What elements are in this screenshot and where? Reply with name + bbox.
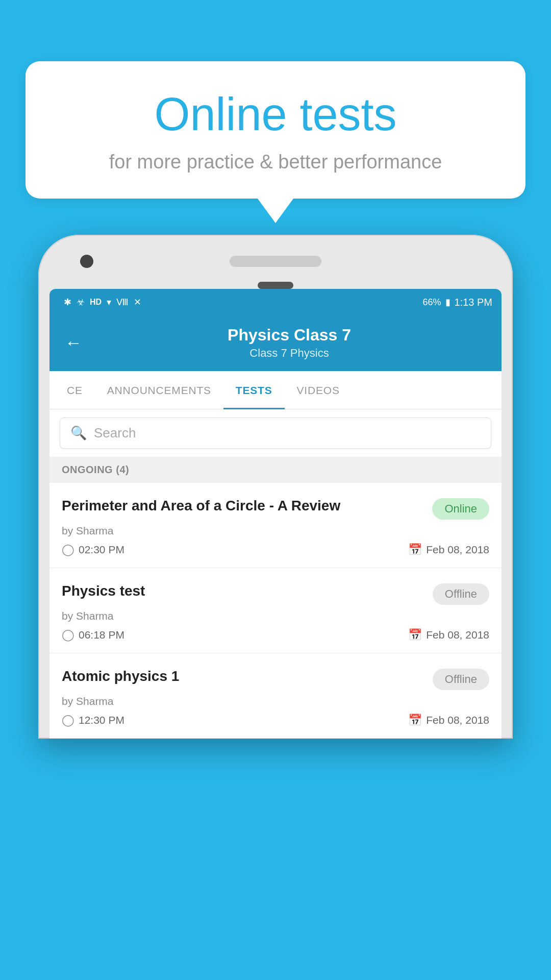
- status-badge-2: Offline: [433, 583, 489, 605]
- test-item-top-1: Perimeter and Area of a Circle - A Revie…: [62, 496, 489, 520]
- test-title-2: Physics test: [62, 581, 424, 601]
- bluetooth-icon: ✱: [64, 297, 71, 308]
- header-title: Physics Class 7: [92, 326, 486, 345]
- back-button[interactable]: ←: [65, 333, 82, 353]
- clock-icon-3: ◯: [62, 714, 74, 727]
- nosignal-icon: ✕: [134, 297, 141, 308]
- vibrate-icon: ☣: [77, 297, 85, 308]
- phone-top-bar: [49, 246, 502, 277]
- tab-announcements[interactable]: ANNOUNCEMENTS: [95, 371, 223, 409]
- app-header: ← Physics Class 7 Class 7 Physics: [49, 315, 502, 371]
- calendar-icon-1: 📅: [408, 543, 422, 556]
- status-badge-1: Online: [432, 498, 489, 520]
- status-bar: ✱ ☣ HD ▾ Ⅷ ✕ 66% ▮ 1:13 PM: [49, 289, 502, 315]
- calendar-icon-3: 📅: [408, 714, 422, 727]
- test-time-1: 02:30 PM: [79, 544, 124, 556]
- tab-videos[interactable]: VIDEOS: [285, 371, 352, 409]
- clock-icon-2: ◯: [62, 628, 74, 642]
- test-author-1: by Sharma: [62, 525, 489, 537]
- search-icon: 🔍: [70, 425, 87, 441]
- status-bar-right: 66% ▮ 1:13 PM: [422, 297, 492, 308]
- test-meta-1: ◯ 02:30 PM 📅 Feb 08, 2018: [62, 543, 489, 556]
- search-bar[interactable]: 🔍 Search: [60, 418, 491, 449]
- test-item-top-2: Physics test Offline: [62, 581, 489, 605]
- phone-home-button: [258, 282, 293, 289]
- hd-icon: HD: [90, 298, 102, 307]
- search-placeholder: Search: [94, 425, 136, 441]
- wifi-icon: ▾: [107, 297, 111, 308]
- phone-speaker: [230, 256, 321, 267]
- status-time: 1:13 PM: [455, 297, 492, 308]
- speech-bubble: Online tests for more practice & better …: [26, 61, 525, 199]
- test-time-3: 12:30 PM: [79, 714, 124, 726]
- tabs-bar: CE ANNOUNCEMENTS TESTS VIDEOS: [49, 371, 502, 409]
- test-author-2: by Sharma: [62, 610, 489, 622]
- clock-icon-1: ◯: [62, 543, 74, 556]
- tab-tests[interactable]: TESTS: [223, 371, 285, 409]
- status-bar-left: ✱ ☣ HD ▾ Ⅷ ✕: [64, 297, 141, 308]
- calendar-icon-2: 📅: [408, 628, 422, 642]
- test-date-1: Feb 08, 2018: [426, 544, 489, 556]
- battery-percent: 66%: [422, 297, 441, 308]
- test-item-3[interactable]: Atomic physics 1 Offline by Sharma ◯ 12:…: [49, 653, 502, 739]
- section-ongoing: ONGOING (4): [49, 457, 502, 483]
- test-meta-2: ◯ 06:18 PM 📅 Feb 08, 2018: [62, 628, 489, 642]
- tab-ce[interactable]: CE: [55, 371, 95, 409]
- phone-screen: ✱ ☣ HD ▾ Ⅷ ✕ 66% ▮ 1:13 PM ← Physics Cla…: [49, 289, 502, 739]
- test-item-top-3: Atomic physics 1 Offline: [62, 667, 489, 690]
- test-item-2[interactable]: Physics test Offline by Sharma ◯ 06:18 P…: [49, 568, 502, 653]
- test-meta-3: ◯ 12:30 PM 📅 Feb 08, 2018: [62, 714, 489, 727]
- bubble-title: Online tests: [56, 89, 495, 140]
- test-author-3: by Sharma: [62, 695, 489, 707]
- search-container: 🔍 Search: [49, 409, 502, 457]
- test-title-1: Perimeter and Area of a Circle - A Revie…: [62, 496, 424, 516]
- phone-camera: [80, 255, 93, 268]
- signal-icon: Ⅷ: [116, 297, 129, 308]
- phone-mockup: ✱ ☣ HD ▾ Ⅷ ✕ 66% ▮ 1:13 PM ← Physics Cla…: [38, 235, 513, 980]
- test-item-1[interactable]: Perimeter and Area of a Circle - A Revie…: [49, 483, 502, 568]
- test-time-2: 06:18 PM: [79, 629, 124, 641]
- bubble-subtitle: for more practice & better performance: [56, 151, 495, 173]
- test-date-2: Feb 08, 2018: [426, 629, 489, 641]
- test-title-3: Atomic physics 1: [62, 667, 424, 686]
- status-badge-3: Offline: [433, 669, 489, 690]
- header-title-group: Physics Class 7 Class 7 Physics: [92, 326, 486, 360]
- test-date-3: Feb 08, 2018: [426, 714, 489, 726]
- header-breadcrumb: Class 7 Physics: [92, 347, 486, 360]
- battery-icon: ▮: [445, 297, 450, 308]
